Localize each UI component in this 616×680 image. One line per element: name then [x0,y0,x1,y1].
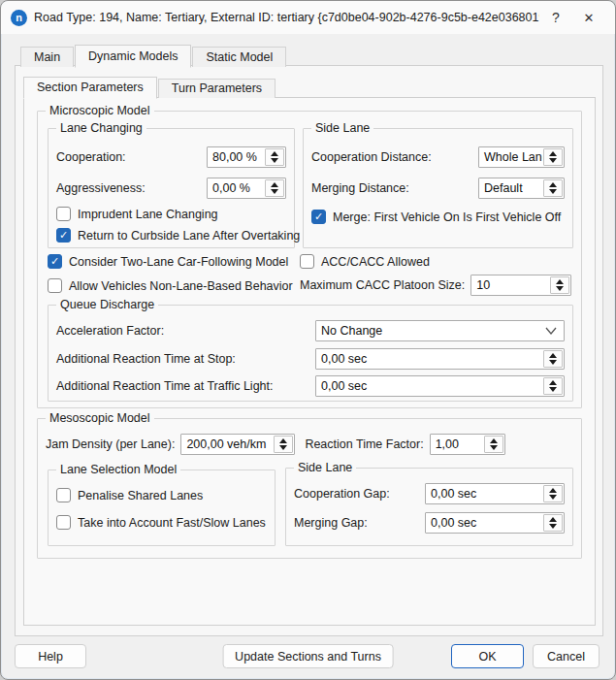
group-title: Side Lane [294,461,356,475]
merging-gap-value[interactable]: 0,00 sec [426,513,542,533]
penalise-shared-lanes-label: Penalise Shared Lanes [78,489,203,502]
spinner-arrows-icon[interactable] [274,436,293,453]
dynamic-models-pane: Section Parameters Turn Parameters Micro… [15,65,603,636]
spinner-arrows-icon[interactable] [265,148,284,166]
lane-changing-group: Lane Changing Cooperation: 80,00 % Aggre… [48,128,295,248]
acceleration-factor-value: No Change [316,324,538,338]
imprudent-lane-changing-label: Imprudent Lane Changing [78,208,218,221]
spinner-arrows-icon[interactable] [543,179,563,197]
side-lane-group: Side Lane Cooperation Distance: Whole La… [303,128,573,248]
side-lane-meso-group: Side Lane Cooperation Gap: 0,00 sec Merg… [285,468,573,546]
aggressiveness-label: Aggressiveness: [56,181,207,195]
consider-two-lane-checkbox[interactable] [48,254,62,269]
return-curbside-label: Return to Curbside Lane After Overtaking [78,229,300,243]
return-curbside-checkbox[interactable] [56,228,71,243]
spinner-arrows-icon[interactable] [543,485,563,502]
group-title: Lane Selection Model [56,463,180,477]
cooperation-distance-spinbox[interactable]: Whole Lane [478,146,565,168]
allow-non-lane-label: Allow Vehicles Non-Lane-Based Behavior [69,279,293,293]
spinner-arrows-icon[interactable] [543,377,563,395]
tab-dynamic-models[interactable]: Dynamic Models [75,45,191,68]
reaction-stop-value[interactable]: 0,00 sec [316,349,542,369]
fast-slow-lanes-checkbox[interactable] [56,515,71,530]
acceleration-factor-dropdown[interactable]: No Change [315,320,565,341]
road-type-dialog: n Road Type: 194, Name: Tertiary, Extern… [0,0,616,680]
lane-selection-model-group: Lane Selection Model Penalise Shared Lan… [48,470,276,546]
merging-distance-spinbox[interactable]: Default [478,178,565,199]
max-cacc-platoon-label: Maximum CACC Platoon Size: [300,278,465,292]
cooperation-value[interactable]: 80,00 % [208,147,264,167]
cooperation-label: Cooperation: [56,150,207,164]
cooperation-gap-spinbox[interactable]: 0,00 sec [425,483,565,504]
spinner-arrows-icon[interactable] [543,148,563,166]
dialog-footer: Help Update Sections and Turns OK Cancel [15,644,601,668]
reaction-time-factor-label: Reaction Time Factor: [305,437,423,451]
imprudent-lane-changing-checkbox[interactable] [56,207,71,221]
group-title: Mesoscopic Model [46,411,154,426]
reaction-time-factor-value[interactable]: 1,00 [431,435,483,454]
merging-gap-label: Merging Gap: [294,516,425,530]
cooperation-distance-value[interactable]: Whole Lane [479,147,542,167]
acc-cacc-label: ACC/CACC Allowed [321,255,430,269]
jam-density-value[interactable]: 200,00 veh/km [181,435,273,454]
cancel-button[interactable]: Cancel [533,644,600,668]
group-title: Side Lane [311,121,373,136]
tab-section-parameters[interactable]: Section Parameters [23,77,157,99]
mesoscopic-model-group: Mesoscopic Model Jam Density (per Lane):… [37,418,582,559]
title-bar: n Road Type: 194, Name: Tertiary, Extern… [1,1,615,34]
spinner-arrows-icon[interactable] [550,276,569,294]
sub-tab-bar: Section Parameters Turn Parameters [23,76,276,98]
consider-two-lane-label: Consider Two-Lane Car-Following Model [69,255,288,269]
microscopic-model-group: Microscopic Model Lane Changing Cooperat… [37,111,582,408]
spinner-arrows-icon[interactable] [265,179,284,197]
merge-fifo-checkbox[interactable] [311,210,326,224]
reaction-light-value[interactable]: 0,00 sec [316,376,542,396]
reaction-light-spinbox[interactable]: 0,00 sec [315,375,565,397]
cooperation-gap-value[interactable]: 0,00 sec [426,484,542,503]
update-sections-turns-button[interactable]: Update Sections and Turns [222,644,394,668]
merging-gap-spinbox[interactable]: 0,00 sec [425,512,565,534]
reaction-stop-spinbox[interactable]: 0,00 sec [315,348,565,370]
queue-discharge-group: Queue Discharge Acceleration Factor: No … [48,305,573,402]
help-button[interactable]: Help [15,644,86,668]
reaction-time-factor-spinbox[interactable]: 1,00 [430,434,505,455]
spinner-arrows-icon[interactable] [543,350,563,368]
cooperation-distance-label: Cooperation Distance: [311,150,478,164]
section-parameters-pane: Microscopic Model Lane Changing Cooperat… [23,97,596,626]
chevron-down-icon [538,327,564,335]
acceleration-factor-label: Acceleration Factor: [56,324,315,338]
help-titlebar-button[interactable]: ? [539,5,572,30]
penalise-shared-lanes-checkbox[interactable] [56,488,71,502]
tab-turn-parameters[interactable]: Turn Parameters [158,79,276,98]
group-title: Queue Discharge [56,298,158,312]
merging-distance-label: Merging Distance: [311,181,478,195]
max-cacc-platoon-value[interactable]: 10 [471,275,549,295]
app-logo-icon: n [11,10,27,26]
allow-non-lane-checkbox[interactable] [48,278,62,293]
ok-button[interactable]: OK [451,644,524,668]
jam-density-label: Jam Density (per Lane): [46,437,175,451]
reaction-light-label: Additional Reaction Time at Traffic Ligh… [56,379,315,393]
tab-main[interactable]: Main [20,47,74,67]
jam-density-spinbox[interactable]: 200,00 veh/km [180,434,295,455]
max-cacc-platoon-spinbox[interactable]: 10 [470,275,571,296]
merge-fifo-label: Merge: First Vehicle On Is First Vehicle… [333,210,561,224]
tab-static-model[interactable]: Static Model [192,47,286,67]
spinner-arrows-icon[interactable] [543,514,563,532]
group-title: Microscopic Model [46,104,154,118]
cooperation-spinbox[interactable]: 80,00 % [207,146,286,168]
window-title: Road Type: 194, Name: Tertiary, External… [34,11,539,24]
cooperation-gap-label: Cooperation Gap: [294,487,425,501]
group-title: Lane Changing [56,121,146,136]
main-tab-bar: Main Dynamic Models Static Model [20,44,287,67]
acc-cacc-checkbox[interactable] [300,254,314,269]
merging-distance-value[interactable]: Default [479,178,542,198]
fast-slow-lanes-label: Take into Account Fast/Slow Lanes [78,516,266,530]
reaction-stop-label: Additional Reaction Time at Stop: [56,352,315,366]
close-icon[interactable]: ✕ [572,5,605,30]
spinner-arrows-icon[interactable] [484,436,503,453]
aggressiveness-value[interactable]: 0,00 % [208,178,264,198]
aggressiveness-spinbox[interactable]: 0,00 % [207,178,286,199]
